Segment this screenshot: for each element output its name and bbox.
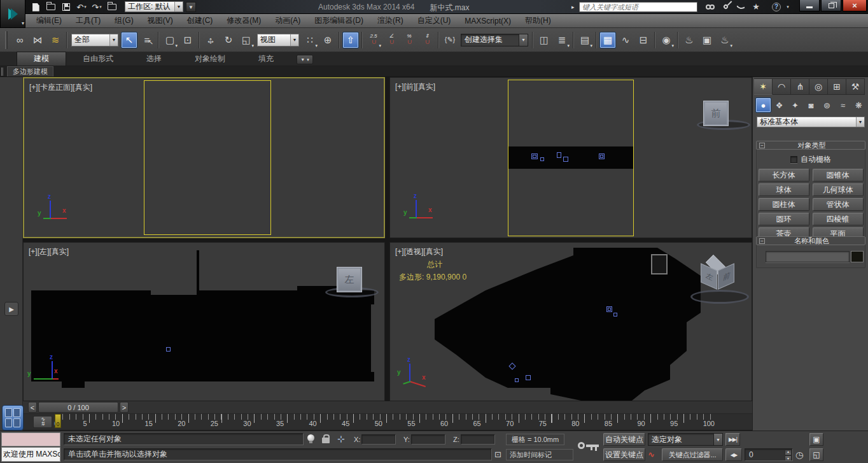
add-time-tag-field[interactable]: 添加时间标记	[506, 449, 573, 460]
motion-tab-icon[interactable]: ◎	[809, 78, 828, 95]
primitive-button[interactable]: 圆柱体	[759, 198, 809, 211]
ribbon-tab[interactable]: 自由形式	[66, 52, 130, 66]
selection-filter-dropdown[interactable]: 全部 ▼	[71, 34, 118, 46]
menu-item[interactable]: 工具(T)	[69, 14, 108, 27]
menu-item[interactable]: 创建(C)	[180, 14, 220, 27]
viewport-label[interactable]: [+][卡座正面][真实]	[29, 82, 92, 93]
menu-item[interactable]: 自定义(U)	[410, 14, 458, 27]
graphite-ribbon-toggle-button[interactable]: ▦	[599, 32, 616, 48]
open-file-button[interactable]	[43, 1, 59, 13]
window-crossing-button[interactable]: ⊡	[179, 32, 196, 48]
menu-item[interactable]: 视图(V)	[141, 14, 180, 27]
select-and-manipulate-button[interactable]: ⊕	[319, 32, 336, 48]
systems-category-icon[interactable]: ❋	[851, 97, 867, 113]
unlink-selection-button[interactable]: ⋈	[29, 32, 46, 48]
zoom-extents-selected-icon[interactable]: ▣	[809, 433, 823, 446]
auto-key-button[interactable]: 自动关键点	[603, 433, 645, 446]
y-coordinate-field[interactable]	[411, 434, 445, 445]
menu-item[interactable]: 渲染(R)	[370, 14, 410, 27]
next-frame-arrow-button[interactable]: >	[120, 402, 129, 413]
viewport-layout-tabs-button[interactable]	[2, 405, 24, 431]
menu-item[interactable]: 编辑(E)	[29, 14, 69, 27]
communication-button[interactable]	[734, 1, 747, 12]
key-mode-dropdown[interactable]: 选定对象 ▼	[648, 433, 723, 446]
keyboard-shortcut-override-button[interactable]: ⇧	[342, 32, 359, 48]
menu-item[interactable]: 帮助(H)	[518, 14, 558, 27]
adaptive-degradation-lightbulb-icon[interactable]	[307, 434, 314, 441]
prompt-options-icon[interactable]: ⊡	[494, 450, 501, 459]
bind-to-spacewarp-button[interactable]: ≋	[47, 32, 64, 48]
name-color-rollout-header[interactable]: − 名称和颜色	[756, 236, 865, 245]
ribbon-tab[interactable]: 对象绘制	[178, 52, 242, 66]
set-key-button[interactable]: 设置关键点	[603, 448, 645, 461]
viewport-front[interactable]: [+][前][真实] 前 z x y	[389, 77, 752, 238]
search-expand-icon[interactable]: ▸	[571, 4, 575, 10]
key-mode-toggle-button[interactable]: ◀▶	[725, 448, 742, 461]
viewport-label[interactable]: [+][透视][真实]	[395, 246, 443, 257]
favorites-button[interactable]: ★	[750, 1, 762, 12]
new-scene-button[interactable]	[28, 1, 43, 13]
workspace-dropdown[interactable]: 工作区: 默认 ▼	[125, 1, 183, 12]
utilities-tab-icon[interactable]: ⚒	[846, 78, 865, 95]
named-selection-sets-dropdown[interactable]: 创建选择集 ▼	[461, 34, 528, 46]
hierarchy-tab-icon[interactable]: ⋔	[791, 78, 809, 95]
maximize-viewport-toggle-icon[interactable]: ◱	[809, 448, 823, 461]
search-input[interactable]	[580, 3, 697, 11]
material-editor-button[interactable]: ◉▾	[658, 32, 675, 48]
minimize-button[interactable]	[799, 0, 820, 11]
primitive-button[interactable]: 球体	[759, 183, 809, 196]
search-button[interactable]	[704, 1, 717, 12]
expand-panel-button[interactable]: ▶	[4, 302, 18, 316]
viewport-label[interactable]: [+][左][真实]	[29, 246, 69, 257]
polygon-modeling-panel-tab[interactable]: 多边形建模	[7, 66, 53, 76]
menu-item[interactable]: 修改器(M)	[220, 14, 268, 27]
select-and-link-button[interactable]: ∞	[11, 32, 28, 48]
viewcube-3d[interactable]: 左 前	[696, 254, 740, 299]
subscription-button[interactable]	[719, 1, 732, 12]
select-by-name-button[interactable]: ≡↖	[139, 32, 155, 48]
ribbon-tab[interactable]: 填充	[242, 52, 290, 66]
viewport-label[interactable]: [+][前][真实]	[395, 82, 435, 92]
selection-lock-icon[interactable]	[322, 438, 330, 443]
mirror-button[interactable]: ◫	[536, 32, 552, 48]
curve-editor-button[interactable]: ∿	[617, 32, 634, 48]
object-color-swatch[interactable]	[851, 251, 864, 262]
primitive-button[interactable]: 圆锥体	[813, 169, 864, 182]
menu-item[interactable]: 动画(A)	[268, 14, 307, 27]
render-setup-button[interactable]: ♨	[681, 32, 697, 48]
viewcube[interactable]: 前	[703, 101, 729, 126]
select-and-move-button[interactable]: ↔↕	[202, 32, 219, 48]
goto-end-button[interactable]: ▶▶|	[725, 433, 740, 446]
previous-frame-arrow-button[interactable]: <	[28, 402, 37, 413]
geometry-category-icon[interactable]: ●	[755, 97, 771, 113]
workspace-flyout-button[interactable]: ▼	[186, 2, 196, 12]
viewport-camera-front[interactable]: [+][卡座正面][真实] z x y	[23, 77, 385, 238]
save-file-button[interactable]	[59, 1, 74, 13]
primitive-button[interactable]: 圆环	[759, 213, 809, 225]
transform-typein-icon[interactable]: ⊹	[337, 434, 345, 444]
redo-button[interactable]: ↷▾	[89, 1, 104, 13]
maxscript-mini-listener[interactable]	[1, 432, 60, 446]
primitive-button[interactable]: 四棱锥	[813, 213, 864, 225]
primitive-button[interactable]: 几何球体	[813, 183, 864, 196]
application-menu-button[interactable]: ▾	[0, 0, 25, 28]
close-button[interactable]: ×	[843, 0, 867, 11]
edit-named-selection-sets-button[interactable]: {✎}	[442, 32, 458, 48]
primitive-button[interactable]: 管状体	[813, 198, 864, 211]
use-pivot-center-button[interactable]: ∷▾	[302, 32, 318, 48]
schematic-view-button[interactable]: ⊟	[635, 32, 652, 48]
ribbon-minimize-button[interactable]: ▼ ▾	[297, 55, 313, 64]
set-keys-key-icon[interactable]	[578, 439, 601, 453]
selection-region-button[interactable]: ▢▾	[162, 32, 178, 48]
rendered-frame-window-button[interactable]: ▣	[699, 32, 715, 48]
current-frame-field[interactable]: 0 ▾▾	[745, 448, 793, 461]
time-slider-handle[interactable]: 0	[55, 414, 61, 428]
object-type-rollout-header[interactable]: − 对象类型	[756, 141, 865, 150]
toolbar-grip[interactable]	[5, 31, 8, 49]
autogrid-checkbox[interactable]	[790, 156, 797, 163]
cameras-category-icon[interactable]: ◙	[803, 97, 819, 113]
create-tab-icon[interactable]: ✶	[754, 78, 773, 95]
default-tangent-icon[interactable]: ∿	[648, 450, 655, 459]
undo-button[interactable]: ↶▾	[74, 1, 89, 13]
select-object-button[interactable]: ↖	[121, 32, 137, 48]
